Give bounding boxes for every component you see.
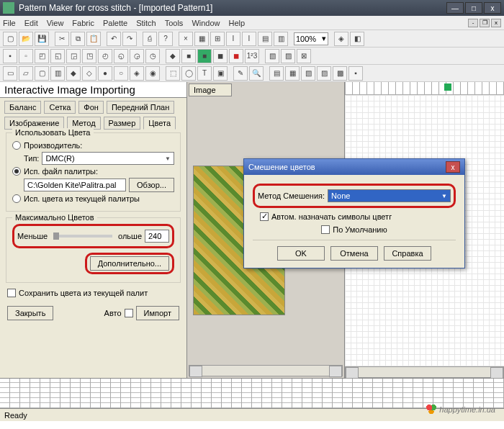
print-icon[interactable]: ⎙	[143, 32, 157, 46]
menu-window[interactable]: Window	[192, 19, 220, 27]
t3-text-icon[interactable]: T	[197, 66, 212, 81]
t3-5-icon[interactable]: ◆	[66, 66, 81, 81]
t2-9-icon[interactable]: ◶	[130, 49, 144, 63]
radio-palette-file[interactable]	[12, 167, 21, 176]
t2-2-icon[interactable]: ▫	[19, 49, 33, 63]
t2-19-icon[interactable]: ⊠	[297, 49, 311, 63]
help-button[interactable]: Справка	[384, 246, 431, 261]
radio-current-palette[interactable]	[12, 194, 21, 203]
menu-view[interactable]: View	[47, 19, 64, 27]
radio-manufacturer[interactable]	[12, 141, 21, 150]
close-panel-button[interactable]: Закрыть	[7, 306, 53, 320]
stitch3-icon[interactable]: ⊞	[210, 32, 225, 46]
t2-12-icon[interactable]: ■	[181, 49, 196, 63]
t3-g4-icon[interactable]: ▨	[317, 66, 331, 81]
mdi-minimize-button[interactable]: -	[468, 19, 478, 27]
t3-7-icon[interactable]: ●	[98, 66, 112, 81]
colors-value-input[interactable]: 240	[145, 230, 169, 243]
type-combo[interactable]: DMC(R)▼	[42, 152, 174, 165]
t2-6-icon[interactable]: ◳	[82, 49, 96, 63]
menu-edit[interactable]: Edit	[24, 19, 38, 27]
paste-icon[interactable]: 📋	[86, 32, 101, 46]
t3-g1-icon[interactable]: ▤	[269, 66, 284, 81]
default-check[interactable]	[321, 225, 330, 234]
t3-1-icon[interactable]: ▭	[3, 66, 17, 81]
t2-10-icon[interactable]: ◷	[145, 49, 160, 63]
t3-g3-icon[interactable]: ▧	[301, 66, 315, 81]
t3-sel-icon[interactable]: ⬚	[166, 66, 180, 81]
t3-g6-icon[interactable]: ▪	[348, 66, 363, 81]
menu-stitch[interactable]: Stitch	[136, 19, 156, 27]
t3-2-icon[interactable]: ▱	[19, 66, 33, 81]
t3-g2-icon[interactable]: ▦	[285, 66, 300, 81]
right-hscroll[interactable]	[345, 366, 504, 378]
browse-button[interactable]: Обзор...	[129, 178, 174, 192]
copy-icon[interactable]: ⧉	[71, 32, 85, 46]
tab-foreground[interactable]: Передний План	[107, 101, 174, 114]
auto-check[interactable]	[125, 309, 133, 317]
t3-6-icon[interactable]: ◇	[82, 66, 96, 81]
ok-button[interactable]: OK	[277, 246, 325, 261]
t3-4-icon[interactable]: ▥	[50, 66, 65, 81]
method-combo[interactable]: None▼	[328, 189, 451, 202]
minimize-button[interactable]: —	[446, 2, 464, 14]
maximize-button[interactable]: □	[465, 2, 482, 14]
t3-zoom-icon[interactable]: 🔍	[249, 66, 264, 81]
tab-size[interactable]: Размер	[104, 117, 141, 130]
stitch4-icon[interactable]: I	[226, 32, 240, 46]
menu-tools[interactable]: Tools	[165, 19, 184, 27]
save-icon[interactable]: 💾	[35, 32, 49, 46]
open-icon[interactable]: 📂	[19, 32, 33, 46]
cut-icon[interactable]: ✂	[55, 32, 69, 46]
tab-grid[interactable]: Сетка	[44, 101, 76, 114]
new-icon[interactable]: ▢	[3, 32, 17, 46]
t3-9-icon[interactable]: ◈	[130, 66, 144, 81]
palette-strip[interactable]	[0, 378, 504, 408]
undo-icon[interactable]: ↶	[107, 32, 121, 46]
t2-1-icon[interactable]: ▪	[3, 49, 17, 63]
stitch6-icon[interactable]: ▤	[258, 32, 272, 46]
center-hscroll[interactable]	[189, 365, 343, 376]
menu-help[interactable]: Help	[229, 19, 246, 27]
stitch5-icon[interactable]: I	[242, 32, 256, 46]
t3-wand-icon[interactable]: ✎	[233, 66, 248, 81]
palette-path-input[interactable]: C:\Golden Kite\Palitra.pal	[24, 179, 126, 191]
tab-colors[interactable]: Цвета	[143, 117, 176, 130]
t2-13-icon[interactable]: ■	[197, 49, 212, 63]
redo-icon[interactable]: ↷	[122, 32, 137, 46]
t3-8-icon[interactable]: ○	[114, 66, 128, 81]
tab-background[interactable]: Фон	[78, 101, 104, 114]
help-icon[interactable]: ?	[158, 32, 173, 46]
t3-10-icon[interactable]: ◉	[145, 66, 160, 81]
mdi-close-button[interactable]: x	[491, 19, 501, 27]
tab-balance[interactable]: Баланс	[4, 101, 41, 114]
t2-16-icon[interactable]: 1²3	[245, 49, 259, 63]
t2-14-icon[interactable]: ◼	[213, 49, 228, 63]
t3-g5-icon[interactable]: ▩	[333, 66, 347, 81]
advanced-button[interactable]: Дополнительно...	[90, 256, 169, 271]
t2-3-icon[interactable]: ◰	[35, 49, 49, 63]
zoom-combo[interactable]: 100%▾	[294, 32, 328, 45]
dialog-titlebar[interactable]: Смешение цветов x	[244, 159, 464, 175]
save-colors-check[interactable]	[7, 289, 16, 297]
t2-18-icon[interactable]: ▨	[281, 49, 295, 63]
dialog-close-button[interactable]: x	[446, 161, 460, 173]
t2-15-icon[interactable]: ◼	[229, 49, 243, 63]
t2-7-icon[interactable]: ◴	[98, 49, 112, 63]
colors-slider[interactable]	[53, 235, 112, 238]
t2-8-icon[interactable]: ◵	[114, 49, 128, 63]
menu-palette[interactable]: Palette	[103, 19, 127, 27]
stitch1-icon[interactable]: ×	[179, 32, 193, 46]
tool-b-icon[interactable]: ◧	[350, 32, 364, 46]
auto-assign-check[interactable]: ✓	[260, 212, 269, 221]
close-button[interactable]: x	[484, 2, 501, 14]
t3-circle-icon[interactable]: ◯	[181, 66, 196, 81]
t2-11-icon[interactable]: ◆	[166, 49, 180, 63]
t2-5-icon[interactable]: ◲	[66, 49, 81, 63]
t3-fill-icon[interactable]: ▣	[213, 66, 228, 81]
cancel-button[interactable]: Отмена	[330, 246, 378, 261]
stitch7-icon[interactable]: ▥	[274, 32, 288, 46]
mdi-restore-button[interactable]: ❐	[480, 19, 490, 27]
t2-4-icon[interactable]: ◱	[50, 49, 65, 63]
menu-fabric[interactable]: Fabric	[72, 19, 94, 27]
